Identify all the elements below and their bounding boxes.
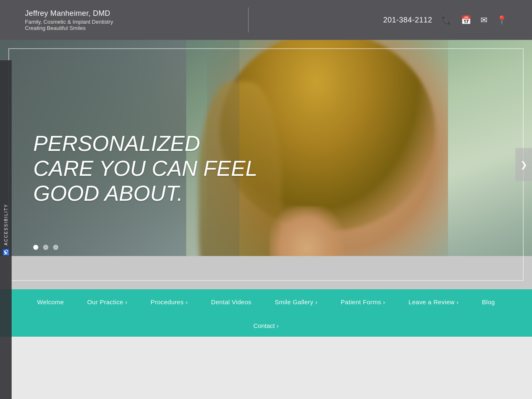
accessibility-text: ACCESSIBILITY (4, 204, 8, 245)
nav-item-blog[interactable]: Blog (470, 289, 506, 315)
hero-headline: PERSONALIZED CARE YOU CAN FEEL GOOD ABOU… (33, 131, 257, 206)
nav-item-patient-forms[interactable]: Patient Forms › (329, 289, 397, 315)
slide-dot-3[interactable] (53, 245, 58, 250)
tagline: Creating Beautiful Smiles (25, 25, 113, 31)
accessibility-label: ♿ ACCESSIBILITY (2, 204, 9, 256)
practice-type: Family, Cosmetic & Implant Dentistry (25, 19, 113, 25)
main-navigation: Welcome Our Practice › Procedures › Dent… (0, 289, 532, 337)
doctor-name: Jeffrey Manheimer, DMD (25, 9, 113, 18)
accessibility-icon: ♿ (2, 248, 9, 256)
slide-dot-2[interactable] (43, 245, 48, 250)
nav-item-procedures[interactable]: Procedures › (139, 289, 199, 315)
nav-item-welcome[interactable]: Welcome (25, 289, 75, 315)
hero-bottom-strip (0, 256, 532, 289)
location-icon[interactable]: 📍 (497, 15, 507, 25)
slide-dot-1[interactable] (33, 245, 38, 250)
nav-item-leave-a-review[interactable]: Leave a Review › (397, 289, 470, 315)
nav-item-contact[interactable]: Contact › (242, 315, 291, 337)
calendar-icon[interactable]: 📅 (461, 15, 471, 25)
slider-dots (33, 245, 58, 250)
header-contact: 201-384-2112 📞 📅 ✉ 📍 (383, 15, 507, 25)
header-branding: Jeffrey Manheimer, DMD Family, Cosmetic … (25, 9, 113, 31)
header: Jeffrey Manheimer, DMD Family, Cosmetic … (0, 0, 532, 40)
phone-number: 201-384-2112 (383, 16, 432, 25)
nav-item-dental-videos[interactable]: Dental Videos (200, 289, 263, 315)
hero-text: PERSONALIZED CARE YOU CAN FEEL GOOD ABOU… (33, 131, 257, 206)
hero-slider: PERSONALIZED CARE YOU CAN FEEL GOOD ABOU… (0, 40, 532, 289)
hero-line3: GOOD ABOUT. (33, 181, 257, 206)
nav-item-our-practice[interactable]: Our Practice › (76, 289, 139, 315)
accessibility-bar[interactable]: ♿ ACCESSIBILITY (0, 60, 12, 399)
hero-line1: PERSONALIZED (33, 131, 257, 156)
phone-icon[interactable]: 📞 (441, 15, 452, 25)
nav-item-smile-gallery[interactable]: Smile Gallery › (263, 289, 329, 315)
hero-line2: CARE YOU CAN FEEL (33, 156, 257, 181)
header-divider (248, 7, 249, 32)
email-icon[interactable]: ✉ (480, 15, 488, 25)
nav-main-row: Welcome Our Practice › Procedures › Dent… (0, 289, 532, 315)
nav-sub-row: Contact › (0, 315, 532, 337)
slider-next-button[interactable]: ❯ (515, 148, 532, 181)
